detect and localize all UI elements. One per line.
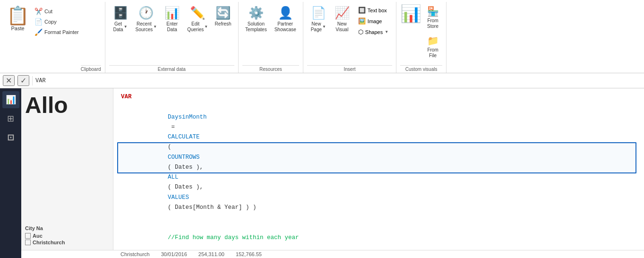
resources-buttons: ⚙️ Solution Templates 👤 Partner Showcase [242, 4, 299, 65]
insert-buttons: 📄 New Page ▼ 📈 New Visual 🔲 Text box [307, 4, 392, 65]
partner-showcase-label: Partner Showcase [275, 21, 296, 33]
formula-bar-separator [32, 76, 33, 86]
text-box-label: Text box [368, 8, 387, 13]
from-store-label: From Store [427, 18, 438, 29]
from-buttons: 🏪 From Store 📁 From File [423, 4, 442, 60]
recent-sources-button[interactable]: 🕐 Recent Sources ▼ [133, 4, 160, 34]
auckland-label: Auc [33, 233, 43, 239]
new-visual-label: New Visual [335, 21, 348, 33]
new-page-icon: 📄 [311, 6, 326, 20]
external-data-label: External data [109, 65, 235, 73]
from-file-button[interactable]: 📁 From File [423, 33, 442, 60]
cut-label: Cut [44, 9, 52, 14]
sidebar-item-table[interactable]: ⊞ [2, 110, 19, 127]
shapes-icon: ⬡ [358, 28, 363, 35]
custom-visuals-label: Custom visuals [400, 65, 442, 73]
sidebar-item-chart[interactable]: 📊 [2, 91, 19, 108]
from-store-button[interactable]: 🏪 From Store [423, 4, 442, 31]
copy-label: Copy [44, 19, 57, 25]
shapes-button[interactable]: ⬡ Shapes ▼ [356, 27, 390, 36]
edit-queries-icon: ✏️ [190, 6, 205, 20]
recent-sources-icon: 🕐 [138, 6, 154, 20]
new-page-button[interactable]: 📄 New Page ▼ [307, 4, 330, 34]
solution-templates-label: Solution Templates [245, 21, 267, 33]
copy-button[interactable]: 📄 Copy [33, 17, 81, 26]
christchurch-label: Christchurch [33, 240, 65, 245]
custom-visuals-group: 📊 🏪 From Store 📁 From File Custom [396, 2, 447, 73]
external-data-group: 🗄️ Get Data ▼ 🕐 Recent Sources ▼ 📊 Ente [105, 2, 239, 73]
new-visual-button[interactable]: 📈 New Visual [331, 4, 353, 34]
image-button[interactable]: 🖼️ Image [356, 17, 390, 26]
custom-visuals-inner: 📊 🏪 From Store 📁 From File [400, 4, 442, 60]
content-area: Allo City Na Auc Christchurch VAR [21, 88, 644, 258]
solution-templates-icon: ⚙️ [249, 6, 264, 20]
code-line-3: //Find how many days within each year [121, 223, 636, 250]
shapes-label: Shapes [365, 29, 383, 35]
custom-visual-main-icon: 📊 [400, 4, 421, 24]
partner-showcase-button[interactable]: 👤 Partner Showcase [272, 4, 299, 34]
enter-data-icon: 📊 [164, 6, 180, 20]
main-area: 📊 ⊞ ⊡ Allo City Na Auc [0, 88, 644, 258]
enter-data-button[interactable]: 📊 Enter Data [161, 4, 183, 34]
solution-templates-button[interactable]: ⚙️ Solution Templates [242, 4, 270, 34]
image-icon: 🖼️ [358, 17, 366, 25]
cut-button[interactable]: ✂️ Cut [33, 7, 81, 16]
table-view-icon: ⊞ [7, 113, 14, 124]
christchurch-checkbox[interactable] [25, 240, 31, 245]
format-painter-icon: 🖌️ [34, 28, 43, 36]
copy-icon: 📄 [34, 18, 43, 26]
formula-confirm-button[interactable]: ✓ [17, 75, 29, 86]
insert-small-group: 🔲 Text box 🖼️ Image ⬡ Shapes ▼ [354, 4, 392, 38]
get-data-button[interactable]: 🗄️ Get Data ▼ [109, 4, 132, 34]
recent-sources-label: Recent Sources ▼ [136, 21, 157, 33]
paste-label: Paste [11, 26, 24, 31]
clipboard-label: Clipboard [81, 65, 101, 73]
christchurch-row-name: Christchurch [120, 251, 150, 257]
text-box-button[interactable]: 🔲 Text box [356, 6, 390, 15]
formula-cancel-button[interactable]: ✕ [3, 75, 15, 86]
city-name-header: City Na [25, 225, 109, 231]
visuals-main-icon: 📊 [400, 4, 421, 24]
partner-showcase-icon: 👤 [278, 6, 293, 20]
new-page-label: New Page ▼ [311, 21, 326, 33]
edit-queries-button[interactable]: ✏️ Edit Queries ▼ [184, 4, 211, 34]
edit-queries-label: Edit Queries ▼ [187, 21, 208, 33]
code-line-2: DaysinMonth = CALCULATE ( COUNTROWS ( Da… [121, 102, 636, 223]
edit-queries-arrow: ▼ [204, 25, 208, 29]
format-painter-button[interactable]: 🖌️ Format Painter [33, 27, 81, 37]
resources-group: ⚙️ Solution Templates 👤 Partner Showcase… [239, 2, 303, 73]
get-data-arrow: ▼ [124, 25, 128, 29]
clipboard-group: 📋 Paste ✂️ Cut 📄 Copy 🖌️ Format Painter [0, 2, 105, 73]
auckland-checkbox[interactable] [25, 233, 31, 239]
row-christchurch: Christchurch [25, 240, 109, 245]
code-line-1: VAR [121, 92, 636, 102]
refresh-icon: 🔄 [215, 6, 231, 20]
new-page-arrow: ▼ [322, 25, 326, 29]
paste-button[interactable]: 📋 Paste [4, 4, 32, 32]
refresh-label: Refresh [215, 21, 232, 27]
canvas-area: Allo City Na Auc Christchurch [21, 88, 113, 250]
code-editor[interactable]: VAR DaysinMonth = CALCULATE ( COUNTROWS … [113, 88, 644, 250]
city-name-label: City Na Auc Christchurch [25, 224, 109, 245]
formula-bar: ✕ ✓ VAR [0, 73, 644, 88]
christchurch-row-val2: 152,766.55 [236, 251, 262, 257]
christchurch-row-val1: 254,311.00 [198, 251, 224, 257]
insert-group: 📄 New Page ▼ 📈 New Visual 🔲 Text box [303, 2, 396, 73]
new-visual-icon: 📈 [335, 6, 350, 20]
canvas-and-editor: Allo City Na Auc Christchurch VAR [21, 88, 644, 250]
custom-visuals-buttons: 📊 🏪 From Store 📁 From File [400, 4, 442, 65]
get-data-label: Get Data ▼ [113, 21, 128, 33]
resources-label: Resources [242, 65, 299, 73]
daysinmonth-var: DaysinMonth [168, 114, 207, 120]
sidebar: 📊 ⊞ ⊡ [0, 88, 21, 258]
image-label: Image [368, 18, 382, 24]
row-auckland: Auc [25, 233, 109, 239]
sidebar-item-model[interactable]: ⊡ [2, 129, 19, 146]
formula-bar-content[interactable]: VAR [35, 77, 641, 84]
refresh-button[interactable]: 🔄 Refresh [212, 4, 234, 29]
external-data-buttons: 🗄️ Get Data ▼ 🕐 Recent Sources ▼ 📊 Ente [109, 4, 235, 65]
ribbon: 📋 Paste ✂️ Cut 📄 Copy 🖌️ Format Painter [0, 0, 644, 73]
christchurch-row-date: 30/01/2016 [161, 251, 187, 257]
canvas-title: Allo [25, 93, 109, 118]
get-data-icon: 🗄️ [113, 6, 128, 20]
